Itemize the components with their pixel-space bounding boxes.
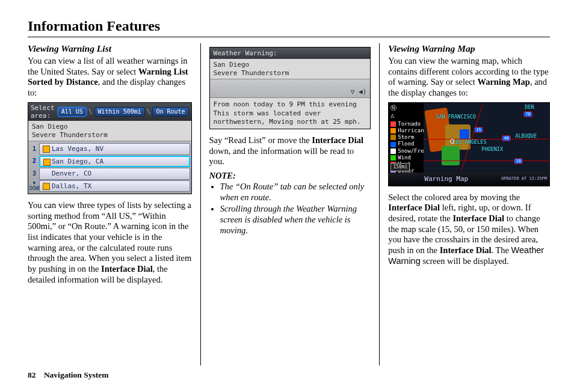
legend-swatch [390,135,396,140]
note-item: Scrolling through the Weather Warning sc… [220,204,371,236]
tab-within-500mi[interactable]: Within 500mi [94,107,145,117]
header-type: Severe Thunderstorm [32,131,188,139]
region-wind [442,146,460,165]
city-label: SAN FRANCISCO [436,114,476,120]
page-number: 82 [28,370,36,379]
road-line [424,161,549,161]
sep: \ [147,108,151,115]
warning-header: San Diego Severe Thunderstorm [210,59,371,79]
city-label: DEN [525,104,534,110]
city-label: PHOENIX [481,146,503,152]
text: down, and the information will be read t… [209,146,354,167]
map-footer-title: Warning Map [424,175,468,183]
screenshot-warning-map: Ⓝ△ Tornado Hurricane Storm Flood Snow/Fr… [388,102,550,186]
list-item[interactable]: Denver, CO [39,168,190,179]
column-2: Weather Warning: San Diego Severe Thunde… [201,43,380,366]
list-item[interactable]: Las Vegas, NV [39,143,190,155]
row-number: 2 [29,158,39,165]
manual-page: Information Features Viewing Warning Lis… [0,0,574,392]
row-number: 3 [29,170,39,177]
bold-term: Interface Dial [101,264,153,274]
bold-term: Interface Dial [388,203,440,212]
bold-term: Warning Map [477,77,529,87]
note-list: The “On Route” tab can be selected only … [212,182,371,236]
paragraph: Select the colored area by moving the In… [388,192,550,267]
page-title: Information Features [28,18,550,34]
screen-title: Weather Warning: [210,47,371,59]
screenshot-select-area: Select area: All US \ Within 500mi \ On … [28,102,192,194]
tab-on-route[interactable]: On Route [152,107,188,117]
highway-shield: 15 [474,127,483,133]
title-rule [28,37,550,37]
bold-term: Interface Dial [312,135,363,145]
paragraph: You can view the warning map, which cont… [388,56,550,99]
paragraph: You can view three types of lists by sel… [28,200,192,286]
note-item: The “On Route” tab can be selected only … [220,182,371,203]
paragraph: You can view a list of all weather warni… [28,56,192,99]
column-3: Viewing Warning Map You can view the war… [380,43,550,366]
bold-term: Interface Dial [452,213,504,223]
map-footer: Warning Map UPDATED AT 12:25PM [389,173,549,186]
bold-term: Interface Dial [440,245,492,255]
column-1: Viewing Warning List You can view a list… [28,43,201,366]
blank-area: ▽ ◀) [210,79,371,98]
footer-section: Navigation System [44,370,109,379]
map-footer-updated: UPDATED AT 12:25PM [501,177,547,181]
row-number: 1 [29,145,39,153]
tab-all-us[interactable]: All US [58,107,87,117]
warning-message: From noon today to 9 PM this evening Thi… [210,98,371,129]
list-item[interactable]: Dallas, TX [39,180,190,192]
header-type: Severe Thunderstorm [214,69,367,77]
paragraph: Say “Read List” or move the Interface Di… [209,135,371,167]
text: You can view three types of lists by sel… [28,200,191,274]
highway-shield: 70 [523,111,532,117]
region-flood [460,129,469,139]
section-heading: Viewing Warning Map [388,43,550,55]
legend-swatch [390,155,396,161]
city-label: ALBUQUE [515,133,537,139]
crosshair-icon: ○ [450,136,454,145]
list-item[interactable]: San Diego, CA [39,156,190,167]
highway-shield: 10 [514,158,522,164]
legend-label: Storm [398,134,414,141]
sep: \ [88,108,93,115]
legend-label: Tornado [398,121,421,127]
legend-label: Wind [398,155,411,161]
legend-swatch [390,121,396,127]
down-arrow-icon[interactable]: ▼DOWN [29,180,39,192]
text: Say “Read List” or move the [209,135,312,145]
header-city: San Diego [214,61,367,69]
columns: Viewing Warning List You can view a list… [28,43,550,366]
tabbar-label: Select area: [31,104,56,120]
map-canvas[interactable]: SAN FRANCISCO LOS ANGELES PHOENIX ALBUQU… [424,103,549,173]
legend-swatch [390,128,396,133]
section-heading: Viewing Warning List [28,43,192,55]
text: screen will be displayed. [421,256,509,266]
header-city: San Diego [32,123,188,130]
text: . The [491,245,511,255]
tab-bar: Select area: All US \ Within 500mi \ On … [28,103,191,121]
highway-shield: 40 [502,135,510,141]
legend-swatch [390,142,396,147]
warning-list: 1 Las Vegas, NV 2 San Diego, CA 3 Denver… [28,141,191,194]
warning-header: San Diego Severe Thunderstorm [28,121,191,141]
speaker-icon[interactable]: ▽ ◀) [351,88,367,96]
legend-label: Hurricane [398,127,427,134]
text: Select the colored area by moving the [388,192,520,202]
legend-swatch [390,149,396,154]
legend-label: Flood [398,141,414,147]
city-label: LOS ANGELES [452,139,486,145]
page-footer: 82 Navigation System [28,370,550,380]
note-label: NOTE: [209,171,371,182]
map-scale: 150mi [390,163,410,171]
screenshot-weather-warning: Weather Warning: San Diego Severe Thunde… [209,47,371,129]
